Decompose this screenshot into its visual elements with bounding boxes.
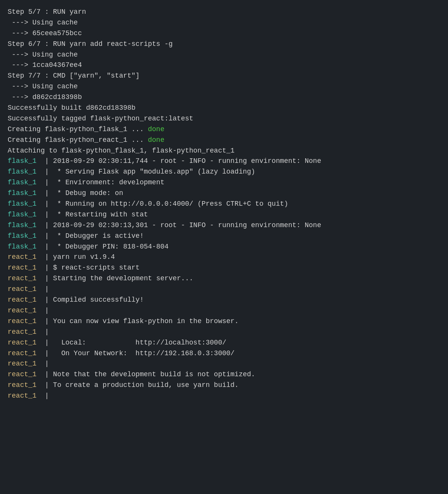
terminal-line: react_1 | Compiled successfully!: [8, 295, 440, 306]
terminal-text: react_1: [8, 338, 37, 348]
terminal-line: flask_1 | * Restarting with stat: [8, 210, 440, 220]
terminal-text: | 2018-09-29 02:30:11,744 - root - INFO …: [37, 156, 321, 167]
terminal-text: react_1: [8, 380, 37, 391]
terminal-text: react_1: [8, 252, 37, 263]
terminal-line: flask_1 | * Debug mode: on: [8, 188, 440, 199]
terminal-output: Step 5/7 : RUN yarn ---> Using cache ---…: [8, 7, 440, 401]
terminal-line: Creating flask-python_react_1 ... done: [8, 135, 440, 146]
terminal-line: react_1 |: [8, 391, 440, 401]
terminal-text: react_1: [8, 327, 37, 338]
terminal-text: react_1: [8, 369, 37, 380]
terminal-line: react_1 | Starting the development serve…: [8, 273, 440, 284]
terminal-text: react_1: [8, 273, 37, 284]
terminal-text: | * Serving Flask app "modules.app" (laz…: [37, 167, 256, 177]
terminal-line: Successfully tagged flask-python_react:l…: [8, 114, 440, 124]
terminal-text: flask_1: [8, 167, 37, 177]
terminal-text: done: [148, 124, 164, 135]
terminal-line: react_1 | yarn run v1.9.4: [8, 252, 440, 263]
terminal-line: flask_1 | * Running on http://0.0.0.0:40…: [8, 199, 440, 210]
terminal-text: | yarn run v1.9.4: [37, 252, 115, 263]
terminal-text: flask_1: [8, 210, 37, 220]
terminal-text: |: [37, 306, 49, 316]
terminal-line: react_1 | To create a production build, …: [8, 380, 440, 391]
terminal-text: | * Environment: development: [37, 177, 165, 188]
terminal-text: |: [37, 359, 49, 369]
terminal-text: Creating flask-python_react_1 ...: [8, 135, 148, 146]
terminal-text: | Compiled successfully!: [37, 295, 144, 306]
terminal-line: react_1 | On Your Network: http://192.16…: [8, 348, 440, 359]
terminal-text: | On Your Network: http://192.168.0.3:30…: [37, 348, 235, 359]
terminal-line: react_1 | You can now view flask-python …: [8, 316, 440, 327]
terminal-text: |: [37, 284, 49, 295]
terminal-text: | Local: http://localhost:3000/: [37, 338, 226, 348]
terminal-line: flask_1 | * Debugger PIN: 818-054-804: [8, 242, 440, 252]
terminal-text: flask_1: [8, 231, 37, 242]
terminal-line: react_1 |: [8, 327, 440, 338]
terminal-text: | * Running on http://0.0.0.0:4000/ (Pre…: [37, 199, 288, 210]
terminal-line: Successfully built d862cd18398b: [8, 103, 440, 114]
terminal-text: |: [37, 391, 49, 401]
terminal-text: Attaching to flask-python_flask_1, flask…: [8, 146, 235, 156]
terminal-line: react_1 |: [8, 306, 440, 316]
terminal-line: flask_1 | * Debugger is active!: [8, 231, 440, 242]
terminal-text: | $ react-scripts start: [37, 263, 140, 273]
terminal-text: flask_1: [8, 199, 37, 210]
terminal-text: ---> Using cache: [8, 81, 78, 92]
terminal-line: Step 6/7 : RUN yarn add react-scripts -g: [8, 39, 440, 50]
terminal-line: react_1 | Local: http://localhost:3000/: [8, 338, 440, 348]
terminal-text: flask_1: [8, 220, 37, 231]
terminal-text: | To create a production build, use yarn…: [37, 380, 239, 391]
terminal-text: react_1: [8, 316, 37, 327]
terminal-text: Successfully built d862cd18398b: [8, 103, 136, 114]
terminal-text: react_1: [8, 306, 37, 316]
terminal-line: flask_1 | 2018-09-29 02:30:11,744 - root…: [8, 156, 440, 167]
terminal-text: react_1: [8, 263, 37, 273]
terminal-text: ---> 1cca04367ee4: [8, 60, 82, 71]
terminal-line: flask_1 | * Serving Flask app "modules.a…: [8, 167, 440, 177]
terminal-text: react_1: [8, 391, 37, 401]
terminal-text: | Note that the development build is not…: [37, 369, 256, 380]
terminal-text: Step 5/7 : RUN yarn: [8, 7, 86, 18]
terminal-text: | * Debugger PIN: 818-054-804: [37, 242, 169, 252]
terminal-text: | * Debug mode: on: [37, 188, 123, 199]
terminal-text: flask_1: [8, 188, 37, 199]
terminal-text: Step 7/7 : CMD ["yarn", "start"]: [8, 71, 140, 81]
terminal-text: Step 6/7 : RUN yarn add react-scripts -g: [8, 39, 173, 50]
terminal-line: ---> Using cache: [8, 81, 440, 92]
terminal-line: ---> Using cache: [8, 18, 440, 28]
terminal-text: |: [37, 327, 49, 338]
terminal-text: react_1: [8, 348, 37, 359]
terminal-line: ---> d862cd18398b: [8, 92, 440, 103]
terminal-line: ---> 65ceea575bcc: [8, 28, 440, 39]
terminal-text: Successfully tagged flask-python_react:l…: [8, 114, 193, 124]
terminal-text: flask_1: [8, 242, 37, 252]
terminal-line: Attaching to flask-python_flask_1, flask…: [8, 146, 440, 156]
terminal-text: | * Restarting with stat: [37, 210, 148, 220]
terminal-text: done: [148, 135, 164, 146]
terminal-line: react_1 |: [8, 359, 440, 369]
terminal-text: | Starting the development server...: [37, 273, 193, 284]
terminal-text: react_1: [8, 295, 37, 306]
terminal-line: flask_1 | 2018-09-29 02:30:13,301 - root…: [8, 220, 440, 231]
terminal-text: Creating flask-python_flask_1 ...: [8, 124, 148, 135]
terminal-text: | 2018-09-29 02:30:13,301 - root - INFO …: [37, 220, 321, 231]
terminal-text: flask_1: [8, 177, 37, 188]
terminal-text: ---> 65ceea575bcc: [8, 28, 82, 39]
terminal-line: flask_1 | * Environment: development: [8, 177, 440, 188]
terminal-text: react_1: [8, 284, 37, 295]
terminal-line: Creating flask-python_flask_1 ... done: [8, 124, 440, 135]
terminal-text: ---> d862cd18398b: [8, 92, 82, 103]
terminal-text: | You can now view flask-python in the b…: [37, 316, 239, 327]
terminal-line: ---> 1cca04367ee4: [8, 60, 440, 71]
terminal-line: react_1 | Note that the development buil…: [8, 369, 440, 380]
terminal-text: ---> Using cache: [8, 50, 78, 60]
terminal-line: react_1 |: [8, 284, 440, 295]
terminal-text: ---> Using cache: [8, 18, 78, 28]
terminal-text: flask_1: [8, 156, 37, 167]
terminal-line: Step 5/7 : RUN yarn: [8, 7, 440, 18]
terminal-text: | * Debugger is active!: [37, 231, 144, 242]
terminal-line: react_1 | $ react-scripts start: [8, 263, 440, 273]
terminal-line: ---> Using cache: [8, 50, 440, 60]
terminal-text: react_1: [8, 359, 37, 369]
terminal-line: Step 7/7 : CMD ["yarn", "start"]: [8, 71, 440, 81]
